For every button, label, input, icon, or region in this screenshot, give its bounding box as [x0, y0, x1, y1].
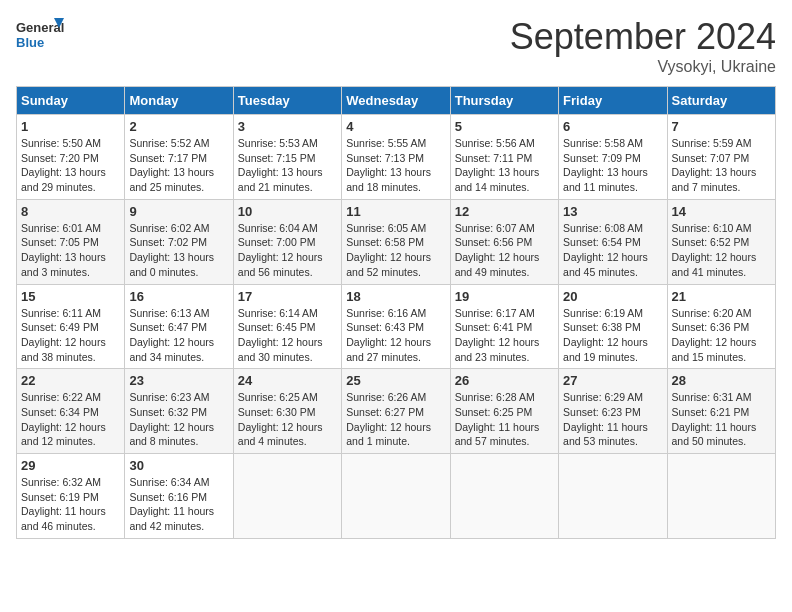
day-info: Sunrise: 6:31 AMSunset: 6:21 PMDaylight:…	[672, 390, 771, 449]
day-info: Sunrise: 6:05 AMSunset: 6:58 PMDaylight:…	[346, 221, 445, 280]
calendar-cell: 2 Sunrise: 5:52 AMSunset: 7:17 PMDayligh…	[125, 115, 233, 200]
weekday-header: Saturday	[667, 87, 775, 115]
day-info: Sunrise: 6:34 AMSunset: 6:16 PMDaylight:…	[129, 475, 228, 534]
day-number: 13	[563, 204, 662, 219]
calendar-cell	[667, 454, 775, 539]
day-number: 24	[238, 373, 337, 388]
day-info: Sunrise: 5:58 AMSunset: 7:09 PMDaylight:…	[563, 136, 662, 195]
day-number: 7	[672, 119, 771, 134]
day-info: Sunrise: 5:55 AMSunset: 7:13 PMDaylight:…	[346, 136, 445, 195]
day-number: 2	[129, 119, 228, 134]
day-info: Sunrise: 6:04 AMSunset: 7:00 PMDaylight:…	[238, 221, 337, 280]
calendar-cell: 15 Sunrise: 6:11 AMSunset: 6:49 PMDaylig…	[17, 284, 125, 369]
day-number: 6	[563, 119, 662, 134]
day-number: 30	[129, 458, 228, 473]
calendar-cell: 23 Sunrise: 6:23 AMSunset: 6:32 PMDaylig…	[125, 369, 233, 454]
page-header: General Blue September 2024 Vysokyi, Ukr…	[16, 16, 776, 76]
calendar-cell: 24 Sunrise: 6:25 AMSunset: 6:30 PMDaylig…	[233, 369, 341, 454]
day-number: 16	[129, 289, 228, 304]
day-number: 19	[455, 289, 554, 304]
day-info: Sunrise: 5:56 AMSunset: 7:11 PMDaylight:…	[455, 136, 554, 195]
calendar-cell: 10 Sunrise: 6:04 AMSunset: 7:00 PMDaylig…	[233, 199, 341, 284]
calendar-cell	[450, 454, 558, 539]
weekday-header: Monday	[125, 87, 233, 115]
day-info: Sunrise: 6:28 AMSunset: 6:25 PMDaylight:…	[455, 390, 554, 449]
calendar-cell: 6 Sunrise: 5:58 AMSunset: 7:09 PMDayligh…	[559, 115, 667, 200]
calendar-cell: 3 Sunrise: 5:53 AMSunset: 7:15 PMDayligh…	[233, 115, 341, 200]
weekday-header: Thursday	[450, 87, 558, 115]
calendar-cell: 29 Sunrise: 6:32 AMSunset: 6:19 PMDaylig…	[17, 454, 125, 539]
day-number: 11	[346, 204, 445, 219]
calendar-cell	[233, 454, 341, 539]
calendar-cell: 26 Sunrise: 6:28 AMSunset: 6:25 PMDaylig…	[450, 369, 558, 454]
calendar-cell: 16 Sunrise: 6:13 AMSunset: 6:47 PMDaylig…	[125, 284, 233, 369]
day-info: Sunrise: 6:11 AMSunset: 6:49 PMDaylight:…	[21, 306, 120, 365]
day-number: 17	[238, 289, 337, 304]
day-info: Sunrise: 6:19 AMSunset: 6:38 PMDaylight:…	[563, 306, 662, 365]
day-number: 20	[563, 289, 662, 304]
svg-text:Blue: Blue	[16, 35, 44, 50]
calendar-cell: 5 Sunrise: 5:56 AMSunset: 7:11 PMDayligh…	[450, 115, 558, 200]
calendar-cell: 4 Sunrise: 5:55 AMSunset: 7:13 PMDayligh…	[342, 115, 450, 200]
day-number: 4	[346, 119, 445, 134]
calendar-cell: 11 Sunrise: 6:05 AMSunset: 6:58 PMDaylig…	[342, 199, 450, 284]
day-info: Sunrise: 6:14 AMSunset: 6:45 PMDaylight:…	[238, 306, 337, 365]
day-number: 29	[21, 458, 120, 473]
day-info: Sunrise: 6:01 AMSunset: 7:05 PMDaylight:…	[21, 221, 120, 280]
day-info: Sunrise: 6:16 AMSunset: 6:43 PMDaylight:…	[346, 306, 445, 365]
day-number: 23	[129, 373, 228, 388]
day-number: 27	[563, 373, 662, 388]
calendar-week-row: 1 Sunrise: 5:50 AMSunset: 7:20 PMDayligh…	[17, 115, 776, 200]
calendar-cell: 20 Sunrise: 6:19 AMSunset: 6:38 PMDaylig…	[559, 284, 667, 369]
weekday-header: Friday	[559, 87, 667, 115]
logo-svg: General Blue	[16, 16, 66, 60]
location: Vysokyi, Ukraine	[510, 58, 776, 76]
day-number: 12	[455, 204, 554, 219]
calendar-week-row: 29 Sunrise: 6:32 AMSunset: 6:19 PMDaylig…	[17, 454, 776, 539]
day-info: Sunrise: 6:26 AMSunset: 6:27 PMDaylight:…	[346, 390, 445, 449]
day-info: Sunrise: 6:20 AMSunset: 6:36 PMDaylight:…	[672, 306, 771, 365]
day-number: 18	[346, 289, 445, 304]
day-info: Sunrise: 5:50 AMSunset: 7:20 PMDaylight:…	[21, 136, 120, 195]
day-number: 21	[672, 289, 771, 304]
calendar-cell: 18 Sunrise: 6:16 AMSunset: 6:43 PMDaylig…	[342, 284, 450, 369]
day-info: Sunrise: 6:10 AMSunset: 6:52 PMDaylight:…	[672, 221, 771, 280]
month-title: September 2024	[510, 16, 776, 58]
calendar-cell: 21 Sunrise: 6:20 AMSunset: 6:36 PMDaylig…	[667, 284, 775, 369]
calendar-week-row: 22 Sunrise: 6:22 AMSunset: 6:34 PMDaylig…	[17, 369, 776, 454]
day-number: 8	[21, 204, 120, 219]
calendar-table: SundayMondayTuesdayWednesdayThursdayFrid…	[16, 86, 776, 539]
day-number: 9	[129, 204, 228, 219]
day-number: 22	[21, 373, 120, 388]
calendar-cell: 8 Sunrise: 6:01 AMSunset: 7:05 PMDayligh…	[17, 199, 125, 284]
day-number: 3	[238, 119, 337, 134]
logo: General Blue	[16, 16, 66, 60]
calendar-cell: 19 Sunrise: 6:17 AMSunset: 6:41 PMDaylig…	[450, 284, 558, 369]
calendar-cell: 13 Sunrise: 6:08 AMSunset: 6:54 PMDaylig…	[559, 199, 667, 284]
day-number: 1	[21, 119, 120, 134]
day-info: Sunrise: 6:22 AMSunset: 6:34 PMDaylight:…	[21, 390, 120, 449]
calendar-cell: 28 Sunrise: 6:31 AMSunset: 6:21 PMDaylig…	[667, 369, 775, 454]
calendar-cell: 27 Sunrise: 6:29 AMSunset: 6:23 PMDaylig…	[559, 369, 667, 454]
calendar-cell: 30 Sunrise: 6:34 AMSunset: 6:16 PMDaylig…	[125, 454, 233, 539]
calendar-cell: 1 Sunrise: 5:50 AMSunset: 7:20 PMDayligh…	[17, 115, 125, 200]
calendar-cell: 7 Sunrise: 5:59 AMSunset: 7:07 PMDayligh…	[667, 115, 775, 200]
day-info: Sunrise: 5:59 AMSunset: 7:07 PMDaylight:…	[672, 136, 771, 195]
day-number: 28	[672, 373, 771, 388]
day-info: Sunrise: 5:53 AMSunset: 7:15 PMDaylight:…	[238, 136, 337, 195]
day-number: 10	[238, 204, 337, 219]
day-info: Sunrise: 5:52 AMSunset: 7:17 PMDaylight:…	[129, 136, 228, 195]
calendar-cell: 14 Sunrise: 6:10 AMSunset: 6:52 PMDaylig…	[667, 199, 775, 284]
calendar-cell: 17 Sunrise: 6:14 AMSunset: 6:45 PMDaylig…	[233, 284, 341, 369]
day-info: Sunrise: 6:07 AMSunset: 6:56 PMDaylight:…	[455, 221, 554, 280]
calendar-cell: 22 Sunrise: 6:22 AMSunset: 6:34 PMDaylig…	[17, 369, 125, 454]
calendar-cell: 12 Sunrise: 6:07 AMSunset: 6:56 PMDaylig…	[450, 199, 558, 284]
day-info: Sunrise: 6:32 AMSunset: 6:19 PMDaylight:…	[21, 475, 120, 534]
calendar-week-row: 8 Sunrise: 6:01 AMSunset: 7:05 PMDayligh…	[17, 199, 776, 284]
day-info: Sunrise: 6:23 AMSunset: 6:32 PMDaylight:…	[129, 390, 228, 449]
calendar-cell	[342, 454, 450, 539]
day-number: 25	[346, 373, 445, 388]
day-info: Sunrise: 6:25 AMSunset: 6:30 PMDaylight:…	[238, 390, 337, 449]
weekday-header: Tuesday	[233, 87, 341, 115]
calendar-cell	[559, 454, 667, 539]
